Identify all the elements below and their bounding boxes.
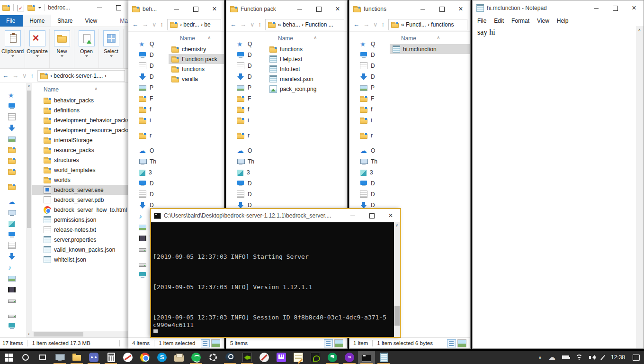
- nav-item[interactable]: D: [349, 178, 390, 189]
- nav-item[interactable]: O: [349, 145, 390, 156]
- minimize-button[interactable]: [413, 2, 432, 16]
- console-output-area[interactable]: [2019-09-05 12:37:03 INFO] Starting Serv…: [151, 222, 400, 337]
- close-button[interactable]: [205, 2, 224, 16]
- menu-item[interactable]: File: [474, 16, 490, 26]
- file-row[interactable]: worlds: [32, 175, 128, 185]
- qat-customize-icon[interactable]: [38, 7, 41, 9]
- file-row[interactable]: behavior_packs: [32, 95, 128, 105]
- console-scrollbar[interactable]: [394, 222, 400, 337]
- explorer2-titlebar[interactable]: beh...: [128, 0, 224, 18]
- nav-item[interactable]: r: [0, 181, 26, 192]
- nav-item[interactable]: i: [349, 115, 390, 126]
- nav-item[interactable]: O: [0, 196, 26, 207]
- file-row[interactable]: release-notes.txt: [32, 225, 128, 235]
- address-box[interactable]: › bedrock-server-1.... ›: [37, 70, 125, 82]
- address-box[interactable]: « beha... › Function ...: [265, 19, 344, 30]
- minimize-button[interactable]: [90, 0, 109, 15]
- tab-share[interactable]: Share: [51, 15, 79, 27]
- nav-item[interactable]: f: [226, 104, 267, 115]
- close-button[interactable]: [328, 2, 347, 16]
- back-button[interactable]: ←: [353, 21, 359, 27]
- breadcrumb[interactable]: « Functi... › functions: [401, 21, 454, 28]
- recent-locations-button[interactable]: ∨: [373, 21, 378, 27]
- nav-item[interactable]: D: [128, 178, 169, 189]
- ribbon-button[interactable]: Organize: [25, 29, 50, 68]
- notepad-scrollbar[interactable]: [636, 26, 644, 348]
- file-row[interactable]: server.properties: [32, 235, 128, 245]
- console-titlebar[interactable]: C:\Users\baird\Desktop\bedrock-server-1.…: [151, 209, 400, 222]
- back-button[interactable]: ←: [230, 21, 236, 27]
- file-row[interactable]: vanilla: [169, 74, 224, 84]
- taskbar-app-button[interactable]: [102, 351, 119, 364]
- file-row[interactable]: hi.mcfunction: [390, 44, 470, 54]
- nav-item[interactable]: [0, 309, 26, 320]
- maximize-button[interactable]: [362, 209, 381, 223]
- tab-file[interactable]: File: [0, 15, 23, 27]
- maximize-button[interactable]: [606, 1, 625, 15]
- up-button[interactable]: ↑: [382, 21, 385, 27]
- nav-item[interactable]: Th: [0, 207, 26, 218]
- nav-item[interactable]: 3: [128, 167, 169, 178]
- details-view-button[interactable]: [324, 339, 333, 347]
- taskbar-app-button[interactable]: [239, 351, 256, 364]
- file-row[interactable]: definitions: [32, 105, 128, 115]
- volume-icon[interactable]: [587, 351, 598, 364]
- close-button[interactable]: [625, 1, 644, 15]
- scrollbar-thumb[interactable]: [34, 332, 83, 337]
- nav-item[interactable]: [0, 294, 26, 305]
- scrollbar-thumb[interactable]: [394, 306, 400, 326]
- file-row[interactable]: Help.text: [267, 54, 347, 64]
- forward-button[interactable]: →: [12, 73, 18, 79]
- up-button[interactable]: ↑: [259, 21, 262, 27]
- up-button[interactable]: ↑: [31, 73, 34, 79]
- file-row[interactable]: valid_known_packs.json: [32, 245, 128, 255]
- file-row[interactable]: bedrock_server_how_to.html: [32, 205, 128, 215]
- taskbar-app-button[interactable]: [136, 351, 153, 364]
- breadcrumb[interactable]: › bedr... › be: [180, 21, 211, 28]
- scrollbar-thumb[interactable]: [27, 91, 31, 228]
- taskbar-app-button[interactable]: [51, 351, 68, 364]
- nav-item[interactable]: Th: [226, 156, 267, 167]
- file-row[interactable]: bedrock_server.pdb: [32, 195, 128, 205]
- explorer1-titlebar[interactable]: bedroc...: [0, 0, 128, 15]
- notepad-edit-area[interactable]: say hi: [473, 26, 644, 348]
- new-folder-icon[interactable]: [27, 6, 35, 11]
- action-center-button[interactable]: [630, 351, 642, 364]
- nav-item[interactable]: D: [0, 229, 26, 240]
- nav-item[interactable]: D: [349, 189, 390, 200]
- address-box[interactable]: « Functi... › functions: [388, 19, 467, 30]
- thumbnail-view-button[interactable]: [334, 339, 343, 347]
- nav-item[interactable]: Q: [349, 38, 390, 49]
- nav-item[interactable]: D: [0, 251, 26, 262]
- taskbar-app-button[interactable]: [85, 351, 102, 364]
- cortana-button[interactable]: [17, 351, 34, 364]
- taskbar-app-button[interactable]: [307, 351, 324, 364]
- taskbar-app-button[interactable]: [324, 351, 341, 364]
- taskbar-app-button[interactable]: [358, 351, 375, 364]
- file-row[interactable]: internalStorage: [32, 135, 128, 145]
- ribbon-button[interactable]: Clipboard: [0, 29, 25, 68]
- taskbar-app-button[interactable]: [375, 351, 392, 364]
- nav-item[interactable]: P: [0, 273, 26, 283]
- forward-button[interactable]: →: [363, 21, 369, 27]
- nav-item[interactable]: 3: [0, 218, 26, 229]
- nav-item[interactable]: Q: [226, 38, 267, 49]
- nav-item[interactable]: D: [0, 111, 26, 122]
- nav-item[interactable]: O: [128, 145, 169, 156]
- menu-item[interactable]: Format: [508, 16, 533, 26]
- file-row[interactable]: resource_packs: [32, 145, 128, 155]
- file-row[interactable]: Function pack: [169, 54, 224, 64]
- nav-item[interactable]: D: [128, 71, 169, 82]
- nav-item[interactable]: r: [128, 130, 169, 141]
- recent-locations-button[interactable]: ∨: [22, 73, 27, 79]
- nav-item[interactable]: F: [349, 93, 390, 104]
- nav-item[interactable]: D: [128, 49, 169, 60]
- file-row[interactable]: manifest.json: [267, 74, 347, 84]
- maximize-button[interactable]: [309, 2, 328, 16]
- ribbon-button[interactable]: Open: [74, 29, 99, 68]
- file-row[interactable]: permissions.json: [32, 215, 128, 225]
- nav-item[interactable]: D: [0, 240, 26, 251]
- file-row[interactable]: structures: [32, 155, 128, 165]
- nav-item[interactable]: r: [226, 130, 267, 141]
- nav-item[interactable]: i: [128, 115, 169, 126]
